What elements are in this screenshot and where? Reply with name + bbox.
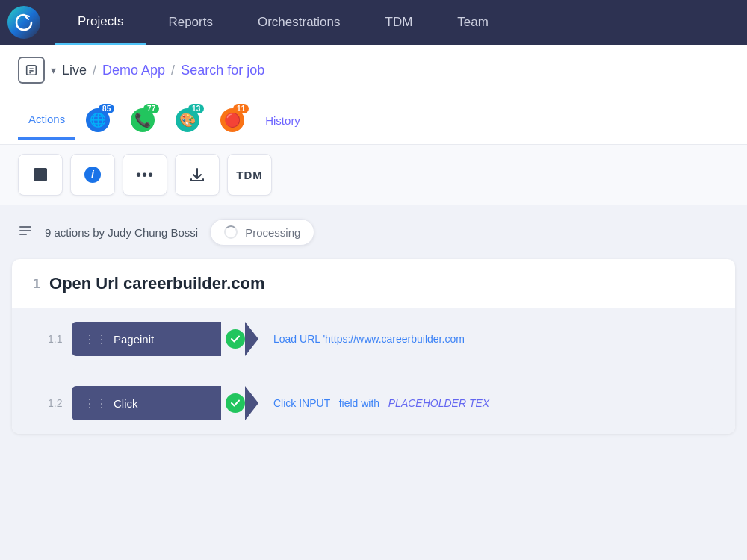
tab-badge-2[interactable]: 📞 77 xyxy=(120,96,165,144)
svg-rect-6 xyxy=(19,234,27,235)
step-arrow-1-2 xyxy=(245,386,258,420)
status-bar: 9 actions by Judy Chung Bossi Processing xyxy=(0,205,747,259)
action-title: Open Url careerbuilder.com xyxy=(49,274,265,293)
tab-history[interactable]: History xyxy=(255,102,311,139)
processing-label: Processing xyxy=(245,226,300,239)
nav-item-tdm[interactable]: TDM xyxy=(363,0,436,45)
step-drag-handle-1-1[interactable]: ⋮⋮ xyxy=(84,332,108,346)
main-content: 1 Open Url careerbuilder.com 1.1 ⋮⋮ Page… xyxy=(0,259,747,446)
nav-item-projects[interactable]: Projects xyxy=(55,0,146,45)
status-list-icon xyxy=(18,223,33,242)
tdm-icon: TDM xyxy=(236,169,263,181)
toolbar: i ••• TDM xyxy=(0,145,747,205)
stop-button[interactable] xyxy=(18,154,63,196)
nav-item-team[interactable]: Team xyxy=(435,0,511,45)
badge-count-13: 13 xyxy=(188,104,204,113)
badge-count-11: 11 xyxy=(233,104,249,113)
svg-rect-4 xyxy=(19,226,31,228)
step-row-1-1: 1.1 ⋮⋮ Pageinit Load URL 'https://www.ca… xyxy=(12,314,735,364)
breadcrumb-separator-1: / xyxy=(93,63,96,78)
tdm-button[interactable]: TDM xyxy=(227,154,272,196)
step-check-1-1 xyxy=(226,329,245,349)
step-check-1-2 xyxy=(226,393,245,413)
badge-count-85: 85 xyxy=(99,104,114,113)
tab-badge-3[interactable]: 🎨 13 xyxy=(165,96,210,144)
tab-history-label: History xyxy=(265,114,300,127)
step-block-1-1[interactable]: ⋮⋮ Pageinit xyxy=(72,322,221,356)
breadcrumb-search-for-job[interactable]: Search for job xyxy=(181,63,264,78)
step-block-1-2[interactable]: ⋮⋮ Click xyxy=(72,386,221,420)
action-header: 1 Open Url careerbuilder.com xyxy=(12,259,735,308)
breadcrumb-separator-2: / xyxy=(171,63,175,78)
stop-icon xyxy=(34,168,47,181)
nav-item-orchestrations[interactable]: Orchestrations xyxy=(235,0,363,45)
step-spacer-1-1 xyxy=(72,364,714,370)
step-code-1-2: Click INPUT field with PLACEHOLDER TEX xyxy=(258,397,714,409)
step-num-1-1: 1.1 xyxy=(48,333,72,345)
step-spacer-1-2 xyxy=(72,428,714,434)
top-navigation: Projects Reports Orchestrations TDM Team xyxy=(0,0,747,45)
svg-rect-5 xyxy=(19,230,31,231)
more-icon: ••• xyxy=(136,167,154,184)
tab-badge-4[interactable]: 🔴 11 xyxy=(210,96,255,144)
action-card: 1 Open Url careerbuilder.com 1.1 ⋮⋮ Page… xyxy=(12,259,735,434)
tabs-bar: Actions 🌐 85 📞 77 🎨 13 🔴 xyxy=(0,96,747,145)
breadcrumb-demo-app[interactable]: Demo App xyxy=(102,63,165,78)
svg-rect-0 xyxy=(27,66,37,75)
step-code-1-1: Load URL 'https://www.careerbuilder.com xyxy=(258,333,714,345)
info-button[interactable]: i xyxy=(70,154,115,196)
download-icon xyxy=(189,167,205,183)
check-icon-1-1 xyxy=(230,334,241,344)
processing-badge: Processing xyxy=(210,219,314,246)
processing-spinner xyxy=(224,225,238,239)
download-button[interactable] xyxy=(175,154,220,196)
tab-badge-1[interactable]: 🌐 85 xyxy=(75,96,120,144)
more-button[interactable]: ••• xyxy=(123,154,167,196)
nav-item-reports[interactable]: Reports xyxy=(146,0,235,45)
check-icon-1-2 xyxy=(230,398,241,408)
step-row-1-2: 1.2 ⋮⋮ Click Click INPUT field with PLAC… xyxy=(12,379,735,428)
tab-actions[interactable]: Actions xyxy=(18,101,75,140)
tab-actions-label: Actions xyxy=(28,113,65,125)
nav-items: Projects Reports Orchestrations TDM Team xyxy=(55,0,511,45)
app-logo[interactable] xyxy=(7,6,40,39)
breadcrumb: ▾ Live / Demo App / Search for job xyxy=(0,45,747,96)
info-icon: i xyxy=(84,167,101,183)
step-label-1-2: Click xyxy=(114,397,138,410)
status-actions-text: 9 actions by Judy Chung Bossi xyxy=(45,226,198,239)
badge-count-77: 77 xyxy=(143,104,159,113)
step-drag-handle-1-2[interactable]: ⋮⋮ xyxy=(84,396,108,411)
step-num-1-2: 1.2 xyxy=(48,397,72,409)
action-number: 1 xyxy=(33,276,40,292)
breadcrumb-icon[interactable] xyxy=(18,57,45,84)
step-arrow-1-1 xyxy=(245,322,258,356)
step-label-1-1: Pageinit xyxy=(114,333,154,346)
breadcrumb-live: Live xyxy=(62,63,87,78)
breadcrumb-chevron[interactable]: ▾ xyxy=(51,64,56,76)
